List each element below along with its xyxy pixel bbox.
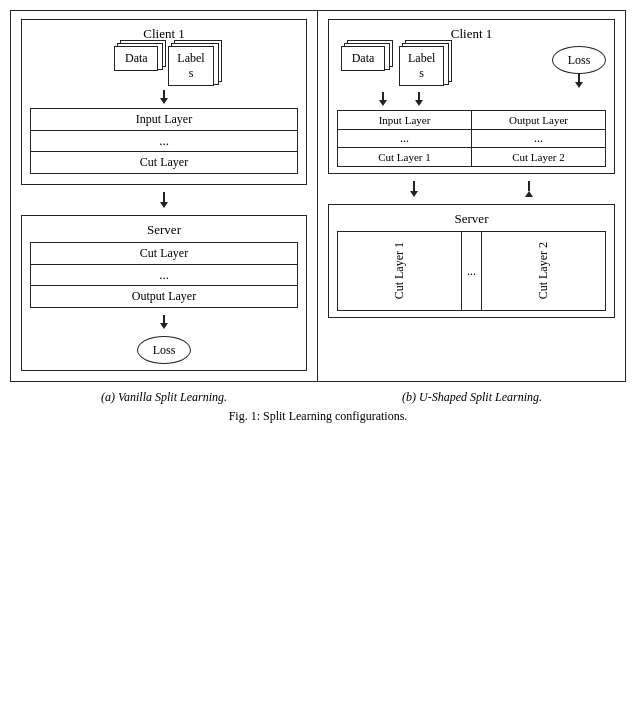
right-output-layer: Output Layer <box>472 111 605 130</box>
right-arrows-to-layers <box>379 92 567 106</box>
left-server-layers: Cut Layer ... Output Layer <box>30 242 298 308</box>
fig-label: Fig. 1: Split Learning configurations. <box>229 409 408 424</box>
left-arrow-3 <box>160 315 168 329</box>
right-server-dots-text: ... <box>467 264 476 279</box>
left-client-items: Data Labels <box>114 46 213 86</box>
right-figure: Client 1 Data Labels Loss <box>318 10 626 382</box>
right-server-title: Server <box>455 211 489 227</box>
right-mid-arrows <box>357 181 587 197</box>
left-dots: ... <box>31 131 297 152</box>
right-dots1: ... <box>338 130 471 148</box>
captions-row: (a) Vanilla Split Learning. (b) U-Shaped… <box>10 390 626 405</box>
right-cut-layer-2: Cut Layer 2 <box>472 148 605 166</box>
left-arrow-2 <box>160 192 168 208</box>
right-dots2: ... <box>472 130 605 148</box>
left-client-title: Client 1 <box>143 26 185 42</box>
right-server-dots: ... <box>462 232 482 310</box>
right-server-col-1: Cut Layer 1 <box>338 232 462 310</box>
right-loss-label: Loss <box>568 53 591 68</box>
left-arrow-1 <box>30 90 298 104</box>
right-loss-area: Loss <box>552 46 606 88</box>
right-caption: (b) U-Shaped Split Learning. <box>318 390 626 405</box>
left-data-stack: Data <box>114 46 158 71</box>
left-input-layer: Input Layer <box>31 109 297 131</box>
right-left-col: Input Layer ... Cut Layer 1 <box>338 111 472 166</box>
right-server-col1-label: Cut Layer 1 <box>392 238 407 303</box>
left-layers-box: Input Layer ... Cut Layer <box>30 108 298 174</box>
right-data-stack: Data <box>341 46 385 71</box>
right-server-box: Server Cut Layer 1 ... Cut Layer 2 <box>328 204 615 318</box>
right-labels-stack: Labels <box>399 46 444 86</box>
left-server-dots: ... <box>31 265 297 286</box>
left-figure: Client 1 Data Labels Input La <box>10 10 318 382</box>
right-client-title: Client 1 <box>451 26 493 42</box>
left-server-title: Server <box>147 222 181 238</box>
left-server-box: Server Cut Layer ... Output Layer Loss <box>21 215 307 371</box>
right-server-col2-label: Cut Layer 2 <box>536 238 551 303</box>
right-client-box: Client 1 Data Labels Loss <box>328 19 615 174</box>
left-output-layer: Output Layer <box>31 286 297 307</box>
left-loss-ellipse: Loss <box>137 336 191 364</box>
right-server-cols: Cut Layer 1 ... Cut Layer 2 <box>337 231 606 311</box>
right-client-items: Data Labels Loss <box>337 46 606 88</box>
right-server-col-2: Cut Layer 2 <box>482 232 605 310</box>
left-cut-layer-server: Cut Layer <box>31 243 297 265</box>
right-input-layer: Input Layer <box>338 111 471 130</box>
left-loss-label: Loss <box>153 343 176 358</box>
left-data-label: Data <box>114 46 158 71</box>
right-cut-layer-1: Cut Layer 1 <box>338 148 471 166</box>
left-caption: (a) Vanilla Split Learning. <box>10 390 318 405</box>
left-labels-label: Labels <box>168 46 213 86</box>
left-labels-stack: Labels <box>168 46 213 86</box>
left-client-box: Client 1 Data Labels Input La <box>21 19 307 185</box>
right-two-col-layers: Input Layer ... Cut Layer 1 Output Layer… <box>337 110 606 167</box>
left-cut-layer: Cut Layer <box>31 152 297 173</box>
right-labels-label: Labels <box>399 46 444 86</box>
right-right-col: Output Layer ... Cut Layer 2 <box>472 111 605 166</box>
right-loss-ellipse: Loss <box>552 46 606 74</box>
right-data-label: Data <box>341 46 385 71</box>
